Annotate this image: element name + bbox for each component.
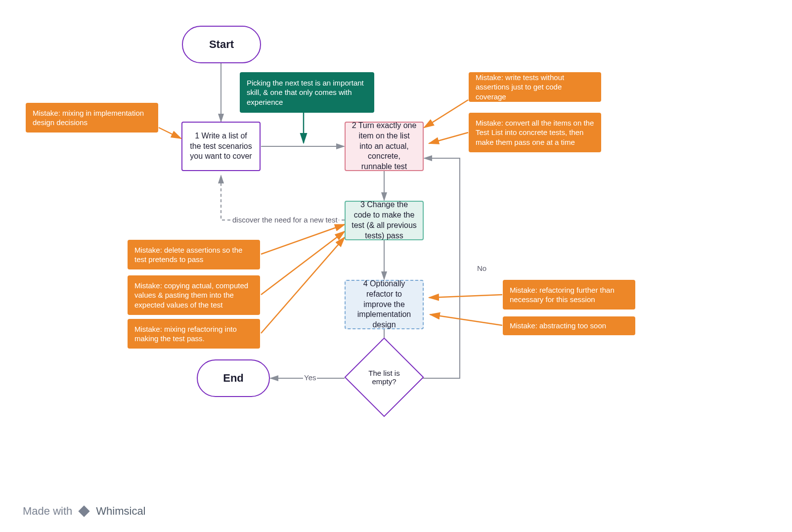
callout-mistake-copy-values: Mistake: copying actual, computed values… [128,275,260,315]
svg-line-13 [429,295,502,298]
edge-label-no: No [476,264,487,272]
callout-mistake-no-assertions: Mistake: write tests without assertions … [469,72,601,102]
made-with-footer: Made with Whimsical [23,504,146,518]
decision-list-empty: The list is empty? [356,349,412,405]
svg-line-9 [429,133,468,143]
connectors-layer [0,0,792,532]
terminator-start: Start [182,26,261,63]
callout-tip-picking-test: Picking the next test is an important sk… [240,72,374,113]
callout-mistake-mixing-design: Mistake: mixing in implementation design… [26,103,158,133]
callout-mistake-all-tests-first: Mistake: convert all the items on the Te… [469,113,601,152]
decision-text: The list is empty? [356,349,412,405]
svg-line-10 [261,224,345,254]
step-3-make-pass: 3 Change the code to make the test (& al… [345,201,424,240]
whimsical-logo-icon [77,504,91,518]
callout-mistake-delete-assertions: Mistake: delete assertions so the test p… [128,240,260,269]
footer-made-with: Made with [23,505,72,518]
step-1-write-scenarios: 1 Write a list of the test scenarios you… [181,122,261,171]
svg-line-8 [424,100,468,128]
svg-line-12 [261,237,345,333]
footer-brand: Whimsical [96,505,145,518]
edge-label-yes: Yes [303,373,317,382]
svg-line-14 [430,314,502,325]
terminator-end: End [197,359,270,397]
step-4-refactor: 4 Optionally refactor to improve the imp… [345,280,424,329]
callout-mistake-over-refactor: Mistake: refactoring further than necess… [503,280,635,310]
callout-mistake-mix-refactor: Mistake: mixing refactoring into making … [128,319,260,349]
flowchart-canvas: Start End 1 Write a list of the test sce… [0,0,792,532]
edge-label-discover: discover the need for a new test [231,216,339,224]
svg-line-11 [261,231,345,295]
step-2-one-test: 2 Turn exactly one item on the list into… [345,122,424,171]
svg-line-7 [159,128,181,138]
callout-mistake-abstract-early: Mistake: abstracting too soon [503,316,635,335]
